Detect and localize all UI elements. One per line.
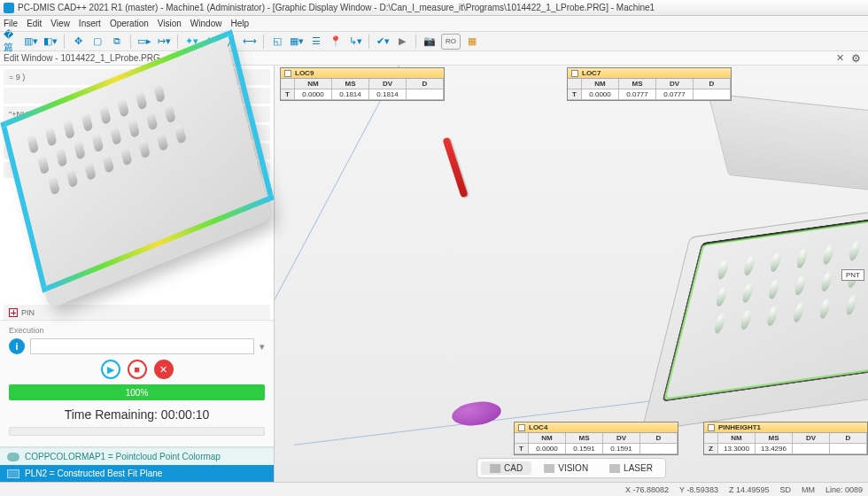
colormap-row[interactable]: COPPCOLORMAP1 = Pointcloud Point Colorma…: [0, 447, 274, 465]
progress-bar: 100%: [9, 384, 265, 400]
program-tree[interactable]: = 9 ) "+NUMBER ) PIN PINHEIGHT Dimension…: [0, 66, 274, 320]
cad-part-main: [632, 172, 868, 455]
guideline: [275, 66, 399, 433]
tool-target-icon[interactable]: ✦▾: [183, 34, 199, 50]
tree-row[interactable]: [4, 143, 270, 159]
toolbar-separator: [415, 35, 416, 49]
tool-grid-icon[interactable]: ▦▾: [289, 34, 305, 50]
tool-new-icon[interactable]: �篇: [4, 34, 19, 50]
menu-vision[interactable]: Vision: [158, 19, 182, 28]
tool-play-icon[interactable]: ▶: [394, 34, 410, 50]
cad-part-secondary: [708, 93, 868, 199]
plane-row[interactable]: PLN2 = Constructed Best Fit Plane: [0, 465, 274, 482]
gear-icon[interactable]: ⚙: [848, 52, 864, 65]
menu-file[interactable]: File: [4, 19, 18, 28]
tool-line-icon[interactable]: ╱: [222, 34, 238, 50]
tool-corner-icon[interactable]: ◱: [269, 34, 285, 50]
tool-arrow-icon[interactable]: ↦▾: [156, 34, 172, 50]
status-x: X -76.88082: [625, 485, 669, 494]
sub-progress-bar: [9, 427, 265, 436]
tool-align-icon[interactable]: ⇲: [203, 34, 219, 50]
graphic-viewport[interactable]: LOC9 NMMSDVD T0.00000.18140.1814 LOC7 NM…: [275, 66, 868, 482]
pinheight1-callout[interactable]: PINHEIGHT1 NMMSDVD Z13.300013.4296: [703, 422, 868, 455]
status-y: Y -8.59383: [679, 485, 718, 494]
pnt-label[interactable]: PNT: [841, 269, 864, 281]
feature-icon: [9, 308, 18, 317]
tool-branch-icon[interactable]: ↳▾: [347, 34, 363, 50]
tree-row[interactable]: [4, 88, 270, 104]
tool-check-icon[interactable]: ✔▾: [375, 34, 391, 50]
edit-window-header: Edit Window - 1014422_1_LProbe.PRG ✕ ⚙: [0, 51, 868, 66]
menu-operation[interactable]: Operation: [110, 19, 149, 28]
status-mm: MM: [802, 485, 815, 494]
tree-row[interactable]: = 9 ): [4, 69, 270, 85]
status-line: Line: 0089: [825, 485, 863, 494]
dropdown-icon[interactable]: ▾: [260, 341, 265, 353]
tool-list-icon[interactable]: ☰: [308, 34, 324, 50]
menu-window[interactable]: Window: [190, 19, 222, 28]
loc4-callout[interactable]: LOC4 NMMSDVD T0.00000.15910.1591: [514, 422, 678, 455]
execution-title: Execution: [9, 326, 265, 335]
tool-plane-icon[interactable]: ▭▸: [136, 34, 152, 50]
tab-cad[interactable]: CAD: [481, 461, 531, 475]
viewport-tabs: CAD VISION LASER: [477, 458, 666, 478]
tab-laser[interactable]: LASER: [601, 461, 662, 475]
cube-icon: [490, 464, 500, 473]
toolbar-separator: [263, 35, 264, 49]
tool-move-icon[interactable]: ✥: [70, 34, 86, 50]
tree-row[interactable]: "+NUMBER ): [4, 106, 270, 122]
menu-view[interactable]: View: [50, 19, 70, 28]
tool-camera-icon[interactable]: 📷: [422, 34, 438, 50]
probe-icon: [442, 136, 468, 198]
camera-icon: [544, 464, 554, 473]
edit-panel: = 9 ) "+NUMBER ) PIN PINHEIGHT Dimension…: [0, 66, 275, 482]
tree-row-pin[interactable]: PIN: [4, 305, 270, 320]
loc9-callout[interactable]: LOC9 NMMSDVD T0.00000.18140.1814: [280, 67, 445, 101]
tree-row[interactable]: [4, 162, 270, 178]
execution-select[interactable]: [30, 338, 254, 354]
app-icon: [4, 3, 14, 13]
tool-pin-icon[interactable]: 📍: [328, 34, 344, 50]
stop-button[interactable]: ■: [128, 360, 147, 379]
loc7-callout[interactable]: LOC7 NMMSDVD T0.00000.07770.0777: [567, 67, 732, 101]
tool-copy-icon[interactable]: ⧉: [109, 34, 125, 50]
toolbar-separator: [177, 35, 178, 49]
menu-insert[interactable]: Insert: [79, 19, 101, 28]
plane-icon: [7, 469, 19, 478]
toolbar-separator: [130, 35, 131, 49]
cloud-icon: [7, 453, 19, 461]
tool-open-icon[interactable]: ▥▾: [23, 34, 39, 50]
menu-help[interactable]: Help: [230, 19, 249, 28]
edit-window-title: Edit Window - 1014422_1_LProbe.PRG: [4, 53, 160, 63]
tool-ro-icon[interactable]: RO: [441, 34, 461, 50]
tool-cube-icon[interactable]: ◧▾: [43, 34, 58, 50]
statusbar: X -76.88082 Y -8.59383 Z 14.49595 SD MM …: [0, 482, 868, 496]
toolbar-separator: [64, 35, 65, 49]
menubar: File Edit View Insert Operation Vision W…: [0, 16, 868, 32]
window-title: PC-DMIS CAD++ 2021 R1 (master) - Machine…: [18, 3, 655, 12]
info-circle-icon[interactable]: i: [9, 338, 25, 354]
execution-panel: Execution i ▾ ▶ ■ ✕ 100% Time Remaining:…: [0, 320, 274, 446]
left-footer: COPPCOLORMAP1 = Pointcloud Point Colorma…: [0, 446, 274, 482]
time-remaining: Time Remaining: 00:00:10: [9, 404, 265, 427]
play-button[interactable]: ▶: [101, 360, 120, 379]
toolbar-separator: [368, 35, 369, 49]
tool-dim-icon[interactable]: ⟷: [242, 34, 258, 50]
tree-row[interactable]: [4, 125, 270, 141]
tool-grid2-icon[interactable]: ▦: [464, 34, 480, 50]
window-titlebar: PC-DMIS CAD++ 2021 R1 (master) - Machine…: [0, 0, 868, 16]
laser-icon: [609, 464, 620, 473]
status-sd: SD: [779, 485, 791, 494]
tool-box-icon[interactable]: ▢: [89, 34, 105, 50]
status-z: Z 14.49595: [729, 485, 770, 494]
close-icon[interactable]: ✕: [833, 52, 848, 64]
cancel-button[interactable]: ✕: [154, 360, 174, 379]
tab-vision[interactable]: VISION: [535, 461, 597, 475]
main-toolbar: �篇 ▥▾ ◧▾ ✥ ▢ ⧉ ▭▸ ↦▾ ✦▾ ⇲ ╱ ⟷ ◱ ▦▾ ☰ 📍 ↳…: [0, 32, 868, 51]
menu-edit[interactable]: Edit: [27, 19, 42, 28]
